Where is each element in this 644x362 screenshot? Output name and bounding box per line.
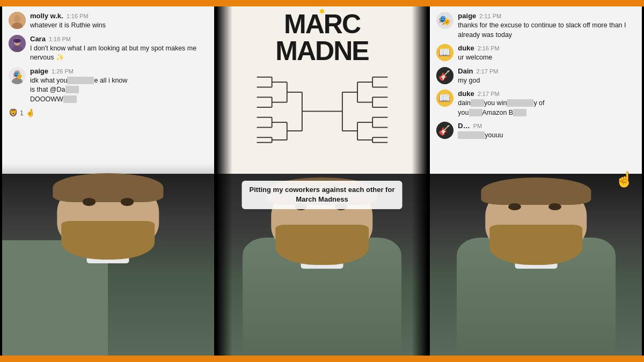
- chat-message-molly: molly w.k. 1:16 PM whatever it is Ruthie…: [9, 12, 208, 31]
- chat-header-paige-left: paige 1:26 PM: [30, 67, 208, 75]
- svg-text:📖: 📖: [438, 92, 451, 104]
- chat-message-d-partial: 🎸 D… PM ————youuu: [436, 122, 635, 141]
- pin-dot: [320, 9, 324, 13]
- username-duke-2: duke: [458, 90, 474, 98]
- time-dain: 2:17 PM: [477, 68, 499, 75]
- text-d-partial: ————youuu: [458, 131, 635, 141]
- username-paige-right: paige: [458, 12, 476, 20]
- person-right: [430, 174, 642, 356]
- text-paige-left: idk what you————e all i know is that @Da…: [30, 76, 208, 105]
- border-bottom: [0, 356, 644, 362]
- svg-point-3: [14, 16, 20, 21]
- poster-title-line2: MADNE: [275, 38, 368, 64]
- chat-body-cara: Cara 1:18 PM I don't know what I am look…: [30, 35, 208, 63]
- chat-header-duke-1: duke 2:16 PM: [458, 44, 635, 52]
- chat-reaction: 🦁 1 🤞: [9, 108, 208, 117]
- chat-message-dain: 🎸 Dain 2:17 PM my god: [436, 67, 635, 86]
- avatar-dain: 🎸: [436, 67, 453, 84]
- chat-body-dain: Dain 2:17 PM my god: [458, 67, 635, 86]
- face-left: [2, 164, 214, 356]
- chat-header-molly: molly w.k. 1:16 PM: [30, 12, 208, 20]
- panel-center: MARC MADNE: [216, 6, 428, 356]
- avatar-duke-2: 📖: [436, 90, 453, 107]
- march-madness-poster: MARC MADNE: [231, 11, 414, 147]
- username-duke-1: duke: [458, 44, 474, 52]
- text-dain: my god: [458, 76, 635, 86]
- svg-text:📖: 📖: [438, 47, 451, 58]
- bracket-svg: [231, 67, 414, 147]
- chat-message-cara: Cara 1:18 PM I don't know what I am look…: [9, 35, 208, 63]
- text-paige-right: thanks for the excuse to continue to sla…: [458, 21, 635, 40]
- avatar-paige-left: 🎭: [9, 67, 26, 84]
- border-top: [0, 0, 644, 6]
- username-d-partial: D…: [458, 122, 470, 130]
- text-cara: I don't know what I am looking at but my…: [30, 44, 208, 63]
- panel-right: 🎭 paige 2:11 PM thanks for the excuse to…: [430, 6, 642, 356]
- chat-message-duke-2: 📖 duke 2:17 PM dain——you win————y of you…: [436, 90, 635, 117]
- reaction-count: 1: [20, 109, 24, 117]
- avatar-d-partial: 🎸: [436, 122, 453, 139]
- center-content: MARC MADNE: [216, 6, 428, 174]
- chat-message-paige-left: 🎭 paige 1:26 PM idk what you————e all i …: [9, 67, 208, 105]
- time-duke-2: 2:17 PM: [478, 91, 500, 97]
- svg-text:🎭: 🎭: [438, 14, 451, 26]
- chat-header-d-partial: D… PM: [458, 122, 635, 130]
- chat-header-dain: Dain 2:17 PM: [458, 67, 635, 75]
- chat-message-duke-1: 📖 duke 2:16 PM ur welcome: [436, 44, 635, 63]
- text-duke-2: dain——you win————y of you——Amazon B——: [458, 99, 635, 117]
- avatar-paige-right: 🎭: [436, 12, 453, 29]
- text-duke-1: ur welcome: [458, 53, 635, 63]
- caption-overlay: Pitting my coworkers against each other …: [242, 181, 402, 209]
- chat-body-duke-2: duke 2:17 PM dain——you win————y of you——…: [458, 90, 635, 117]
- chat-message-paige-right: 🎭 paige 2:11 PM thanks for the excuse to…: [436, 12, 635, 40]
- chat-body-paige-left: paige 1:26 PM idk what you————e all i kn…: [30, 67, 208, 105]
- chat-header-cara: Cara 1:18 PM: [30, 35, 208, 43]
- caption-text: Pitting my coworkers against each other …: [250, 185, 395, 204]
- text-molly: whatever it is Ruthie wins: [30, 21, 208, 31]
- svg-text:🎭: 🎭: [13, 71, 23, 80]
- chat-body-paige-right: paige 2:11 PM thanks for the excuse to c…: [458, 12, 635, 40]
- time-d-partial: PM: [473, 123, 482, 129]
- time-paige-right: 2:11 PM: [479, 13, 501, 19]
- username-cara: Cara: [30, 35, 46, 43]
- dark-left: [216, 6, 232, 356]
- chat-overlay-left: molly w.k. 1:16 PM whatever it is Ruthie…: [2, 6, 214, 174]
- avatar-cara: [9, 35, 26, 52]
- chat-body-molly: molly w.k. 1:16 PM whatever it is Ruthie…: [30, 12, 208, 31]
- svg-text:🎸: 🎸: [438, 124, 451, 136]
- username-dain: Dain: [458, 67, 473, 75]
- dark-right: [412, 6, 428, 356]
- svg-point-7: [13, 39, 21, 43]
- time-cara: 1:18 PM: [49, 36, 71, 42]
- chat-header-paige-right: paige 2:11 PM: [458, 12, 635, 20]
- hand-raised-icon: ☝️: [615, 171, 634, 188]
- username-molly: molly w.k.: [30, 12, 63, 20]
- time-molly: 1:16 PM: [67, 13, 89, 19]
- reaction-emoji: 🦁: [9, 108, 18, 117]
- reaction-secondary-emoji: 🤞: [26, 108, 35, 117]
- chat-body-d-partial: D… PM ————youuu: [458, 122, 635, 141]
- chat-overlay-right: 🎭 paige 2:11 PM thanks for the excuse to…: [430, 6, 642, 174]
- avatar-molly: [9, 12, 26, 29]
- panel-left: molly w.k. 1:16 PM whatever it is Ruthie…: [2, 6, 214, 356]
- time-paige-left: 1:26 PM: [52, 68, 74, 75]
- svg-text:🎸: 🎸: [438, 70, 451, 82]
- chat-body-duke-1: duke 2:16 PM ur welcome: [458, 44, 635, 63]
- main-content: molly w.k. 1:16 PM whatever it is Ruthie…: [0, 6, 644, 356]
- avatar-duke-1: 📖: [436, 44, 453, 61]
- chat-header-duke-2: duke 2:17 PM: [458, 90, 635, 98]
- username-paige-left: paige: [30, 67, 48, 75]
- face-right: [430, 174, 642, 356]
- time-duke-1: 2:16 PM: [478, 45, 500, 51]
- person-left: [2, 164, 214, 356]
- poster-title-line1: MARC: [284, 11, 360, 38]
